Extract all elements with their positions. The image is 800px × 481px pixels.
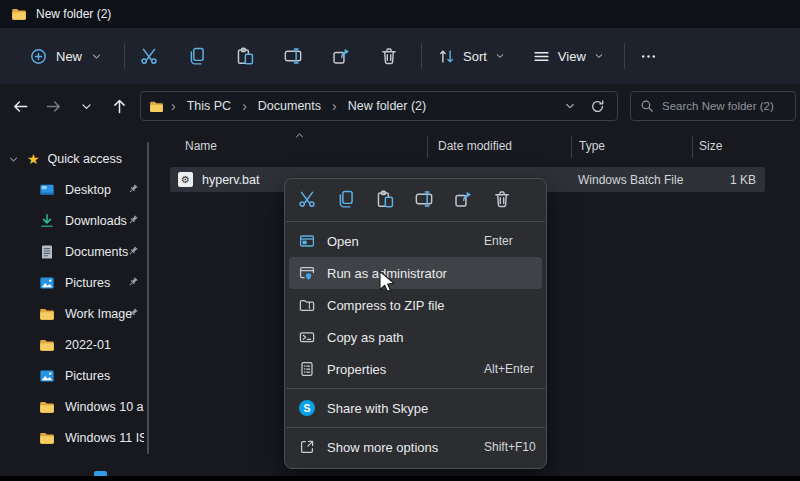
properties-icon <box>299 361 315 377</box>
menu-item-label: Show more options <box>327 440 438 455</box>
cut-button[interactable] <box>125 38 173 74</box>
see-more-button[interactable] <box>629 38 669 74</box>
cut-button[interactable] <box>287 184 326 214</box>
rename-button[interactable] <box>269 38 317 74</box>
column-divider[interactable] <box>427 136 428 158</box>
pin-icon <box>127 214 139 226</box>
breadcrumb-this-pc[interactable]: This PC <box>183 97 235 115</box>
chevron-down-icon <box>594 51 604 61</box>
recent-locations-button[interactable] <box>73 92 99 120</box>
toolbar-divider <box>624 43 625 69</box>
back-button[interactable] <box>7 92 33 120</box>
sidebar-item-label: Windows 11 ISO <box>65 431 144 445</box>
menu-item-show-more-options[interactable]: Show more options Shift+F10 <box>289 431 542 463</box>
cut-icon <box>298 190 316 208</box>
folder-icon <box>11 6 27 22</box>
forward-button[interactable] <box>40 92 66 120</box>
column-header-row: Name Date modified Type Size <box>150 134 800 160</box>
copy-button[interactable] <box>173 38 221 74</box>
share-icon <box>332 47 350 65</box>
breadcrumb-current-folder[interactable]: New folder (2) <box>344 97 431 115</box>
column-divider[interactable] <box>692 136 693 158</box>
column-divider[interactable] <box>571 136 572 158</box>
documents-icon <box>39 244 55 260</box>
new-plus-icon <box>30 48 47 65</box>
menu-item-compress-to-zip[interactable]: Compress to ZIP file <box>289 289 542 321</box>
menu-item-label: Copy as path <box>327 330 404 345</box>
paste-button[interactable] <box>221 38 269 74</box>
sidebar-item-pictures[interactable]: Pictures <box>0 267 150 298</box>
file-name: hyperv.bat <box>202 173 259 187</box>
open-window-icon <box>299 233 315 249</box>
paste-icon <box>236 47 254 65</box>
chevron-down-icon <box>91 51 102 62</box>
menu-divider <box>286 388 545 389</box>
column-header-size[interactable]: Size <box>699 139 722 153</box>
new-button[interactable]: New <box>18 39 114 73</box>
copy-button[interactable] <box>326 184 365 214</box>
context-menu: Open Enter Run as administrator Compress… <box>284 178 547 469</box>
menu-item-open[interactable]: Open Enter <box>289 225 542 257</box>
sidebar-scrollbar[interactable] <box>147 142 149 454</box>
rename-button[interactable] <box>404 184 443 214</box>
folder-icon <box>39 337 55 353</box>
menu-item-copy-as-path[interactable]: Copy as path <box>289 321 542 353</box>
pictures-icon <box>39 275 55 291</box>
folder-icon <box>39 430 55 446</box>
batch-file-icon: ⚙ <box>178 172 193 187</box>
view-label: View <box>558 49 586 64</box>
share-button[interactable] <box>317 38 365 74</box>
sort-ascending-caret-icon <box>294 130 305 141</box>
sidebar-item-downloads[interactable]: Downloads <box>0 205 150 236</box>
address-bar[interactable]: › This PC › Documents › New folder (2) <box>140 91 618 121</box>
menu-item-share-with-skype[interactable]: S Share with Skype <box>289 392 542 424</box>
share-button[interactable] <box>443 184 482 214</box>
menu-item-run-as-administrator[interactable]: Run as administrator <box>289 257 542 289</box>
sidebar-item-label: Windows 10 an <box>65 400 144 414</box>
delete-button[interactable] <box>365 38 413 74</box>
menu-shortcut: Alt+Enter <box>484 362 534 376</box>
sort-dropdown[interactable]: Sort <box>428 39 515 73</box>
sidebar-item-2022-01[interactable]: 2022-01 <box>0 329 150 360</box>
rename-icon <box>284 47 302 65</box>
search-box[interactable] <box>630 91 796 121</box>
menu-item-properties[interactable]: Properties Alt+Enter <box>289 353 542 385</box>
bottom-edge <box>0 476 800 481</box>
sidebar-item-quick-access[interactable]: ★ Quick access <box>0 144 150 174</box>
menu-divider <box>286 427 545 428</box>
up-button[interactable] <box>106 92 132 120</box>
desktop-icon <box>39 182 55 198</box>
column-header-type[interactable]: Type <box>579 139 605 153</box>
breadcrumb-documents[interactable]: Documents <box>254 97 325 115</box>
new-button-label: New <box>56 49 82 64</box>
pin-icon <box>127 276 139 288</box>
file-type: Windows Batch File <box>578 173 683 187</box>
menu-item-label: Share with Skype <box>327 401 428 416</box>
address-row: › This PC › Documents › New folder (2) <box>0 84 800 128</box>
refresh-icon[interactable] <box>590 99 605 114</box>
file-explorer-window: { "window": { "title": "New folder (2)" … <box>0 0 800 481</box>
sidebar-item-windows-11-iso[interactable]: Windows 11 ISO <box>0 422 150 453</box>
context-menu-quick-actions <box>285 179 546 218</box>
chevron-down-icon <box>8 154 19 165</box>
menu-item-label: Properties <box>327 362 386 377</box>
sidebar-item-documents[interactable]: Documents <box>0 236 150 267</box>
chevron-down-icon <box>495 51 505 61</box>
command-bar: New Sort View <box>0 28 800 84</box>
delete-icon <box>493 190 511 208</box>
breadcrumb-separator: › <box>241 98 248 114</box>
sidebar-item-desktop[interactable]: Desktop <box>0 174 150 205</box>
search-input[interactable] <box>662 100 786 112</box>
sort-label: Sort <box>463 49 487 64</box>
sidebar-item-work-image[interactable]: Work Image <box>0 298 150 329</box>
delete-button[interactable] <box>482 184 521 214</box>
column-header-name[interactable]: Name <box>185 139 217 153</box>
sidebar-item-pictures-2[interactable]: Pictures <box>0 360 150 391</box>
view-dropdown[interactable]: View <box>523 39 614 73</box>
sidebar-item-windows-10[interactable]: Windows 10 an <box>0 391 150 422</box>
column-header-date-modified[interactable]: Date modified <box>438 139 512 153</box>
address-dropdown-chevron-icon[interactable] <box>564 100 576 112</box>
search-icon <box>640 99 654 113</box>
paste-button[interactable] <box>365 184 404 214</box>
pin-icon <box>127 183 139 195</box>
